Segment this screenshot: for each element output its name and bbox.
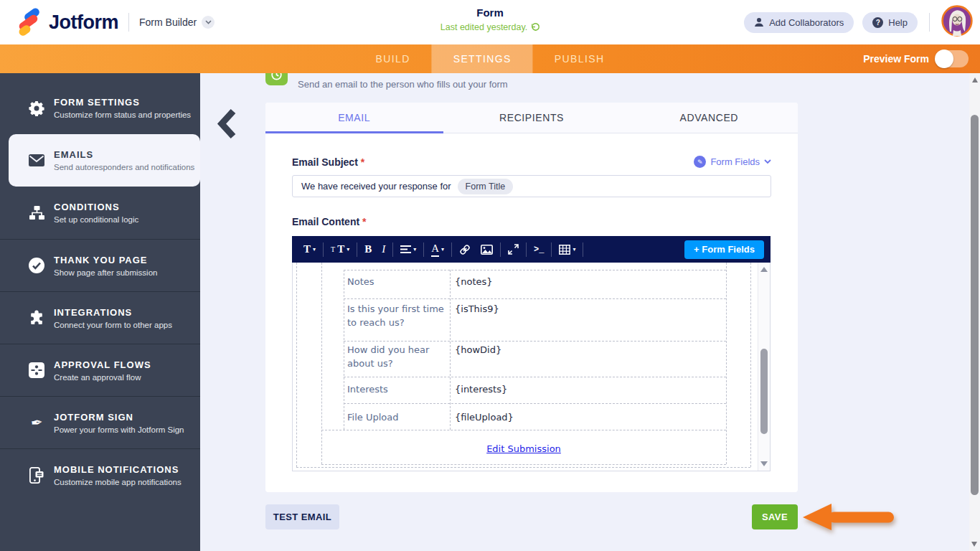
page-scrollbar[interactable] [969, 73, 980, 551]
avatar[interactable] [941, 5, 973, 39]
gear-icon [27, 99, 46, 118]
scroll-up-arrow-icon[interactable] [972, 77, 978, 83]
undo-icon[interactable] [530, 23, 540, 32]
sidebar-item-emails[interactable]: EMAILSSend autoresponders and notificati… [9, 134, 200, 187]
table-row-border [344, 377, 726, 377]
form-fields-dropdown[interactable]: ✎ Form Fields [694, 156, 771, 168]
table-row-border [344, 270, 726, 270]
app-header: Jotform Form Builder Form Last edited ye… [0, 0, 980, 44]
autoresponder-subtitle: Send an email to the person who fills ou… [298, 79, 508, 90]
dashed-border [296, 467, 750, 468]
expand-icon [508, 244, 519, 255]
toggle-knob[interactable] [935, 50, 953, 68]
email-body-canvas[interactable]: Notes {notes} Is this your first time to… [292, 263, 771, 471]
nav-tab-publish[interactable]: PUBLISH [533, 44, 626, 73]
scroll-up-arrow-icon[interactable] [760, 267, 768, 272]
table-row-border [344, 403, 726, 404]
question-icon: ? [872, 17, 883, 28]
save-button[interactable]: SAVE [752, 504, 798, 529]
dashed-border [321, 263, 322, 464]
align-button[interactable]: ▾ [395, 245, 421, 254]
sidebar-item-thank-you-page[interactable]: THANK YOU PAGEShow page after submission [0, 239, 200, 291]
active-tab-underline [265, 131, 443, 133]
phone-icon [27, 466, 46, 484]
field-label: Interests [347, 382, 453, 396]
page-scroll-thumb[interactable] [971, 115, 979, 495]
autoresponder-panel: EMAIL RECIPIENTS ADVANCED Email Subject … [265, 103, 798, 492]
required-asterisk: * [361, 156, 364, 168]
approval-flow-icon [27, 361, 46, 380]
check-circle-icon [27, 256, 46, 275]
sidebar-item-conditions[interactable]: CONDITIONSSet up conditional logic [0, 187, 200, 239]
add-form-fields-button[interactable]: + Form Fields [684, 240, 764, 259]
editor-scroll-thumb[interactable] [760, 349, 768, 434]
subject-text: We have received your response for [301, 181, 451, 192]
bold-button[interactable]: B [359, 243, 377, 255]
pointer-arrow-annotation [801, 502, 897, 535]
chevron-down-icon [202, 16, 215, 29]
settings-sidebar: FORM SETTINGSCustomize form status and p… [0, 73, 200, 551]
email-content-label: Email Content * [292, 216, 771, 227]
form-title-chip[interactable]: Form Title [458, 179, 514, 194]
sidebar-item-mobile-notifications[interactable]: MOBILE NOTIFICATIONSCustomize mobile app… [0, 448, 200, 501]
add-collaborators-button[interactable]: Add Collaborators [744, 12, 854, 33]
form-title[interactable]: Form [440, 6, 540, 19]
image-icon [481, 245, 493, 255]
table-cell-border [344, 270, 344, 430]
last-edited-text: Last edited yesterday. [440, 22, 527, 32]
sidebar-item-form-settings[interactable]: FORM SETTINGSCustomize form status and p… [0, 82, 200, 134]
expand-button[interactable] [503, 244, 524, 255]
field-label: File Upload [347, 410, 453, 424]
jotform-logo-icon[interactable] [16, 8, 43, 37]
form-builder-app: AUTORESPONDER 1✎ Send an email to the pe… [0, 0, 980, 551]
field-tag: {fileUpload} [455, 410, 514, 424]
test-email-button[interactable]: TEST EMAIL [265, 504, 339, 529]
tab-email[interactable]: EMAIL [265, 103, 443, 133]
edit-submission-link[interactable]: Edit Submission [486, 443, 561, 454]
sidebar-collapse-button[interactable] [216, 108, 237, 143]
divider [128, 13, 129, 32]
help-button[interactable]: ? Help [862, 12, 918, 33]
image-button[interactable] [476, 245, 498, 255]
tab-recipients[interactable]: RECIPIENTS [443, 103, 620, 133]
text-color-button[interactable]: A▾ [426, 242, 449, 257]
table-row-border [321, 430, 726, 430]
nav-tab-build[interactable]: BUILD [354, 44, 431, 73]
puzzle-icon [27, 309, 46, 327]
dashed-border [750, 263, 751, 467]
email-subject-input[interactable]: We have received your response for Form … [292, 175, 771, 197]
field-label: Notes [347, 275, 453, 288]
dashed-border [296, 263, 297, 467]
font-size-button[interactable]: TT▾ [326, 243, 354, 255]
divider [929, 13, 930, 32]
person-icon [754, 17, 764, 27]
email-subject-label: Email Subject * [292, 156, 364, 168]
table-button[interactable]: ▾ [554, 245, 580, 255]
edit-submission-row: Edit Submission [321, 443, 726, 454]
field-tag: {howDid} [455, 343, 501, 357]
link-button[interactable] [454, 244, 476, 255]
panel-tabbar: EMAIL RECIPIENTS ADVANCED [265, 103, 798, 133]
preview-form-toggle[interactable] [936, 50, 969, 67]
font-family-button[interactable]: T▾ [298, 243, 321, 255]
nav-tab-settings[interactable]: SETTINGS [432, 44, 533, 73]
scroll-down-arrow-icon[interactable] [760, 461, 768, 466]
link-icon [459, 244, 471, 255]
dashed-border [321, 464, 726, 465]
sidebar-item-integrations[interactable]: INTEGRATIONSConnect your form to other a… [0, 291, 200, 344]
pen-icon: ✒ [27, 413, 46, 432]
envelope-icon [27, 151, 46, 170]
sidebar-item-approval-flows[interactable]: APPROVAL FLOWSCreate an approval flow [0, 344, 200, 396]
source-code-button[interactable]: >_ [529, 245, 549, 255]
tab-advanced[interactable]: ADVANCED [621, 103, 798, 133]
brand-wordmark[interactable]: Jotform [49, 11, 118, 34]
field-tag: {interests} [455, 382, 507, 396]
sitemap-icon [27, 204, 46, 222]
scroll-down-arrow-icon[interactable] [971, 542, 977, 547]
italic-button[interactable]: I [377, 243, 390, 255]
dashed-border [726, 263, 727, 464]
editor-scrollbar[interactable] [758, 263, 770, 471]
caret-down-icon: ▾ [313, 246, 316, 253]
sidebar-item-jotform-sign[interactable]: ✒ JOTFORM SIGNPower your forms with Jotf… [0, 396, 200, 448]
product-switcher[interactable]: Form Builder [139, 16, 215, 29]
